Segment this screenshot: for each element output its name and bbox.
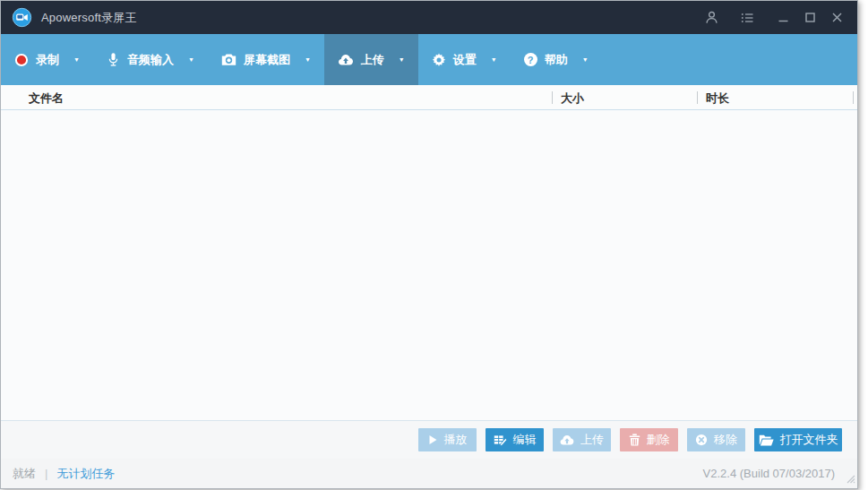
chevron-down-icon[interactable]: ▼: [188, 56, 194, 63]
chevron-down-icon[interactable]: ▼: [73, 56, 80, 63]
column-header-duration[interactable]: 时长: [706, 90, 729, 107]
camera-icon: [221, 53, 236, 66]
column-header-size[interactable]: 大小: [561, 90, 584, 107]
toolbar-item-settings[interactable]: 设置 ▼: [418, 34, 511, 85]
chevron-down-icon[interactable]: ▼: [305, 56, 311, 63]
help-icon: ?: [524, 53, 537, 66]
menu-list-icon[interactable]: [734, 6, 761, 30]
cloud-upload-icon: [338, 54, 354, 65]
close-icon[interactable]: [823, 6, 850, 30]
delete-button[interactable]: 删除: [620, 428, 678, 451]
column-separator: [853, 91, 854, 104]
version-text: V2.2.4 (Build 07/03/2017): [703, 467, 846, 480]
status-separator: |: [45, 467, 47, 480]
toolbar-item-label: 上传: [361, 52, 384, 68]
titlebar-controls: [698, 6, 857, 30]
toolbar: 录制 ▼ 音频输入 ▼ 屏幕截图 ▼: [1, 34, 857, 85]
microphone-icon: [107, 52, 120, 67]
upload-button[interactable]: 上传: [553, 428, 611, 451]
toolbar-item-record[interactable]: 录制 ▼: [1, 34, 93, 85]
trash-icon: [629, 434, 640, 446]
edit-icon: [494, 434, 507, 446]
resize-grip[interactable]: [846, 473, 855, 486]
button-label: 打开文件夹: [780, 432, 838, 448]
chevron-down-icon[interactable]: ▼: [399, 56, 405, 63]
statusbar: 就绪 | 无计划任务 V2.2.4 (Build 07/03/2017): [1, 459, 857, 488]
app-logo-icon: [12, 7, 32, 28]
button-label: 编辑: [513, 432, 537, 448]
column-header-filename[interactable]: 文件名: [29, 90, 64, 107]
remove-icon: [695, 434, 708, 446]
app-window: Apowersoft录屏王: [0, 0, 858, 489]
toolbar-item-help[interactable]: ? 帮助 ▼: [511, 34, 602, 85]
toolbar-item-upload[interactable]: 上传 ▼: [324, 34, 418, 85]
status-text: 就绪: [13, 466, 36, 482]
toolbar-item-screenshot[interactable]: 屏幕截图 ▼: [208, 34, 324, 85]
play-button[interactable]: 播放: [418, 428, 477, 451]
column-separator: [552, 91, 553, 104]
minimize-icon[interactable]: [769, 6, 796, 30]
button-label: 移除: [714, 432, 737, 448]
toolbar-item-label: 屏幕截图: [244, 52, 290, 68]
button-label: 上传: [580, 432, 604, 448]
titlebar[interactable]: Apowersoft录屏王: [1, 1, 857, 34]
gear-icon: [432, 53, 446, 67]
button-label: 删除: [647, 432, 670, 448]
user-icon[interactable]: [698, 6, 725, 30]
toolbar-item-label: 音频输入: [127, 52, 174, 68]
window-title: Apowersoft录屏王: [41, 10, 137, 26]
file-list-header: 文件名 大小 时长: [1, 85, 857, 110]
action-button-row: 播放 编辑 上传: [1, 420, 857, 459]
cloud-upload-icon: [560, 434, 574, 445]
chevron-down-icon[interactable]: ▼: [582, 56, 589, 63]
play-icon: [428, 434, 438, 445]
button-label: 播放: [444, 432, 468, 448]
open-folder-icon: [759, 434, 774, 446]
toolbar-item-label: 帮助: [545, 52, 568, 68]
chevron-down-icon[interactable]: ▼: [491, 56, 497, 63]
record-icon: [14, 53, 29, 67]
toolbar-item-label: 录制: [36, 52, 59, 68]
column-separator: [697, 91, 698, 104]
edit-button[interactable]: 编辑: [486, 428, 544, 451]
toolbar-item-label: 设置: [453, 52, 477, 68]
scheduled-task-link[interactable]: 无计划任务: [56, 466, 115, 482]
maximize-icon[interactable]: [796, 6, 823, 30]
open-folder-button[interactable]: 打开文件夹: [754, 428, 842, 451]
file-list-empty-area: [1, 110, 857, 420]
toolbar-item-audio-input[interactable]: 音频输入 ▼: [93, 34, 208, 85]
remove-button[interactable]: 移除: [687, 428, 745, 451]
